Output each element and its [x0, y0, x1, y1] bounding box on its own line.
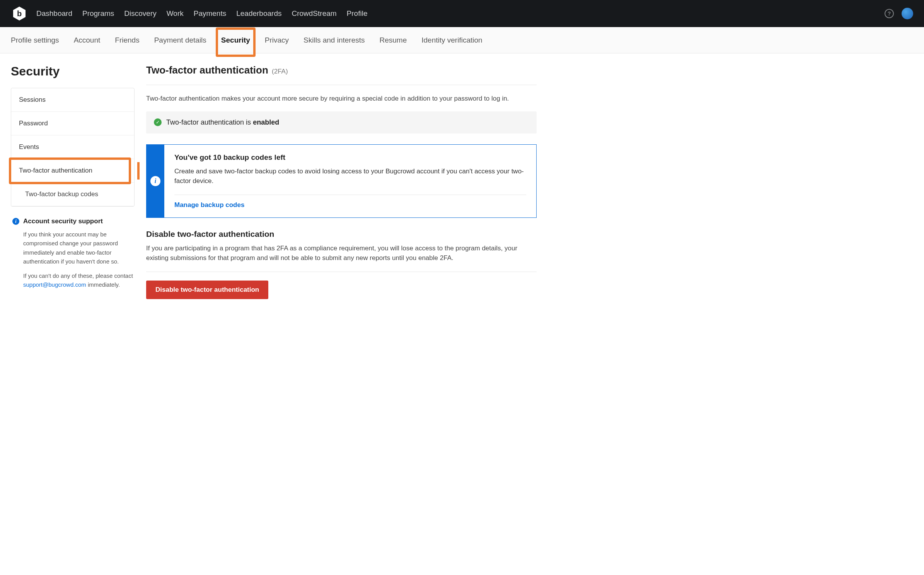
disable-body: If you are participating in a program th…: [146, 243, 537, 263]
backup-codes-panel: i You've got 10 backup codes left Create…: [146, 144, 537, 218]
nav-leaderboards[interactable]: Leaderboards: [236, 9, 281, 18]
support-text-2: If you can't do any of these, please con…: [12, 271, 133, 289]
support-email-link[interactable]: support@bugcrowd.com: [23, 281, 86, 288]
sidebar-item-events[interactable]: Events: [11, 135, 134, 159]
tab-resume[interactable]: Resume: [380, 28, 407, 52]
page-title: Security: [11, 64, 135, 79]
sidebar-item-2fa[interactable]: Two-factor authentication: [11, 159, 134, 183]
intro-text: Two-factor authentication makes your acc…: [146, 94, 537, 104]
info-panel-accent: i: [147, 145, 164, 217]
tab-payment-details[interactable]: Payment details: [154, 28, 206, 52]
backup-heading: You've got 10 backup codes left: [174, 153, 526, 162]
support-text-1: If you think your account may be comprom…: [12, 230, 133, 266]
info-icon: i: [12, 218, 19, 225]
sidebar-item-backup-codes[interactable]: Two-factor backup codes: [11, 183, 134, 206]
support-text-2-prefix: If you can't do any of these, please con…: [23, 272, 133, 279]
support-block: i Account security support If you think …: [11, 217, 135, 289]
divider: [174, 195, 526, 195]
nav-programs[interactable]: Programs: [82, 9, 114, 18]
section-title-tag: (2FA): [270, 68, 288, 75]
tab-profile-settings[interactable]: Profile settings: [11, 28, 59, 52]
nav-discovery[interactable]: Discovery: [124, 9, 156, 18]
section-title: Two-factor authentication: [146, 64, 268, 76]
tab-security[interactable]: Security: [221, 28, 250, 52]
nav-work[interactable]: Work: [167, 9, 184, 18]
support-heading: Account security support: [23, 217, 103, 225]
logo[interactable]: b: [11, 5, 28, 22]
disable-2fa-button[interactable]: Disable two-factor authentication: [146, 281, 268, 299]
tab-skills[interactable]: Skills and interests: [303, 28, 365, 52]
status-bar: ✓ Two-factor authentication is enabled: [146, 111, 537, 133]
manage-backup-codes-link[interactable]: Manage backup codes: [174, 201, 244, 209]
divider: [146, 85, 537, 85]
disable-heading: Disable two-factor authentication: [146, 229, 537, 239]
status-text: Two-factor authentication is enabled: [166, 118, 279, 127]
top-nav-links: Dashboard Programs Discovery Work Paymen…: [36, 9, 885, 18]
info-icon: i: [150, 176, 160, 186]
top-nav: b Dashboard Programs Discovery Work Paym…: [0, 0, 924, 27]
nav-payments[interactable]: Payments: [194, 9, 226, 18]
sidebar-item-password[interactable]: Password: [11, 112, 134, 135]
divider: [146, 272, 537, 272]
sidebar-item-sessions[interactable]: Sessions: [11, 88, 134, 112]
tab-privacy[interactable]: Privacy: [265, 28, 289, 52]
avatar[interactable]: [902, 8, 913, 19]
tab-account[interactable]: Account: [74, 28, 101, 52]
top-nav-right: ?: [885, 8, 913, 19]
sub-nav: Profile settings Account Friends Payment…: [0, 27, 924, 53]
tab-friends[interactable]: Friends: [115, 28, 139, 52]
sidebar-menu: Sessions Password Events Two-factor auth…: [11, 88, 135, 207]
check-icon: ✓: [154, 118, 162, 126]
tab-identity-verification[interactable]: Identity verification: [421, 28, 482, 52]
svg-text:b: b: [17, 9, 22, 18]
backup-body: Create and save two-factor backup codes …: [174, 166, 526, 186]
annotation-highlight-2fa-bar: [137, 162, 140, 180]
nav-dashboard[interactable]: Dashboard: [36, 9, 72, 18]
nav-profile[interactable]: Profile: [347, 9, 368, 18]
help-icon[interactable]: ?: [885, 9, 894, 18]
nav-crowdstream[interactable]: CrowdStream: [292, 9, 336, 18]
support-text-2-suffix: immediately.: [86, 281, 120, 288]
